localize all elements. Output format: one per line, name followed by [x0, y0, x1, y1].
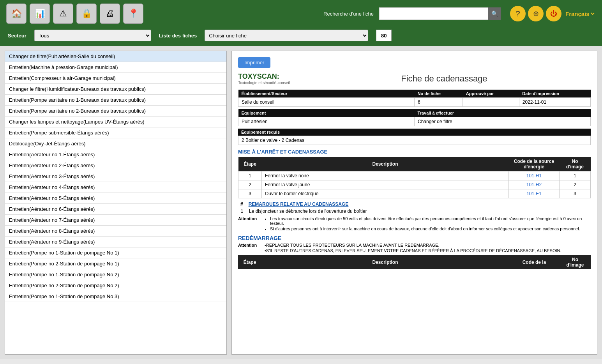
lock-button[interactable]: 🔒 — [76, 4, 97, 24]
power-icon: ⏻ — [550, 10, 557, 18]
list-item[interactable]: Entretien(Pompe submersible-Étangs aérés… — [5, 127, 226, 138]
fiche-detail-panel: Imprimer TOXYSCAN: Toxicologie et sécuri… — [231, 51, 597, 355]
list-item[interactable]: Déblocage(Oxy-Jet-Étangs aérés) — [5, 138, 226, 149]
redem-attention-text: •REPLACER TOUS LES PROTECTEURS SUR LA MA… — [265, 243, 561, 253]
step-etape: 3 — [238, 189, 262, 198]
etape-header: Étape — [238, 157, 262, 171]
remarques-title: REMARQUES RELATIVE AU CADENASSAGE — [249, 201, 349, 207]
list-item[interactable]: Entretien(Aérateur no 8-Étangs aérés) — [5, 226, 226, 237]
remark-text: Le disjoncteur se débranche lors de l'ou… — [249, 209, 367, 214]
redem-code-header: Code de la — [509, 255, 560, 269]
mise-arret-title: MISE À L'ARRÊT ET CADENASSAGE — [238, 149, 591, 155]
list-item[interactable]: Entretien(Aérateur no 4-Étangs aérés) — [5, 182, 226, 193]
etablissement-header: Établissement/Secteur — [238, 90, 415, 98]
approuve-header: Approuvé par — [463, 90, 519, 98]
list-item[interactable]: Entretien(Aérateur no 9-Étangs aérés) — [5, 237, 226, 247]
list-item[interactable]: Entretien(Aérateur no 1-Étangs aérés) — [5, 149, 226, 160]
redem-description-header: Description — [261, 255, 509, 269]
language-selector[interactable]: Français — [564, 10, 596, 18]
imprimer-button[interactable]: Imprimer — [238, 57, 270, 68]
list-item[interactable]: Entretien(Aérateur no 2-Étangs aérés) — [5, 160, 226, 171]
chart-button[interactable]: 📊 — [30, 4, 50, 24]
travail-header: Travail à effectuer — [415, 109, 591, 117]
redem-item: •S'IL RESTE D'AUTRES CADENAS, ENLEVER SE… — [265, 248, 561, 253]
date-header: Date d'impression — [519, 90, 590, 98]
equip-requis-header: Équipement requis — [238, 129, 591, 136]
fiche-info-table: Établissement/Secteur No de fiche Approu… — [238, 90, 591, 107]
list-item[interactable]: Entretien(Pompe no 1-Station de pompage … — [5, 291, 226, 302]
search-bar: 🔍 — [379, 7, 501, 20]
fiche-list-panel: Changer de filtre(Puit artésien-Salle du… — [5, 51, 227, 355]
attention-item: Les travaux sur circuits électriques de … — [270, 216, 591, 226]
fiche-select[interactable]: Choisir une fiche — [205, 30, 368, 41]
redem-attention-label: Attention — [238, 243, 261, 253]
list-item[interactable]: Changer le filtre(Humidificateur-Bureaux… — [5, 84, 226, 95]
list-item[interactable]: Entretien(Aérateur no 3-Étangs aérés) — [5, 171, 226, 182]
list-item[interactable]: Changer de filtre(Puit artésien-Salle du… — [5, 51, 226, 62]
step-code: 101-H2 — [509, 180, 560, 189]
top-navigation: 🏠 📊 ⚠ 🔒 🖨 📍 Recherche d'une fiche 🔍 ? ⊕ … — [0, 0, 602, 27]
attention-text: Les travaux sur circuits électriques de … — [265, 216, 591, 232]
date-value: 2022-11-01 — [519, 98, 590, 107]
search-label: Recherche d'une fiche — [323, 11, 374, 17]
travail-value: Changer de filtre — [415, 117, 591, 126]
equipement-table: Équipement Travail à effectuer Puit arté… — [238, 109, 591, 126]
move-button[interactable]: ⊕ — [528, 6, 544, 21]
step-description: Fermer la valve jaune — [262, 180, 509, 189]
warning-button[interactable]: ⚠ — [53, 4, 73, 24]
list-item[interactable]: Changer les lampes et nettoyage(Lampes U… — [5, 117, 226, 127]
redem-steps-table: Étape Description Code de la No d'image — [238, 255, 591, 269]
redem-image-header: No d'image — [560, 255, 591, 269]
print-button[interactable]: 🖨 — [100, 4, 120, 24]
attention-label: Attention — [238, 216, 261, 232]
remark-row: 1 Le disjoncteur se débranche lors de l'… — [238, 209, 591, 214]
code-header: Code de la source d'énergie — [509, 157, 560, 171]
list-item[interactable]: Entretien(Pompe sanitaire no 1-Bureaux d… — [5, 95, 226, 106]
redem-item: •REPLACER TOUS LES PROTECTEURS SUR LA MA… — [265, 243, 561, 247]
filter-row: Secteur Tous Liste des fiches Choisir un… — [0, 27, 602, 46]
list-item[interactable]: Entretien(Pompe no 1-Station de pompage … — [5, 269, 226, 280]
help-icon: ? — [515, 9, 520, 18]
fiche-label: Liste des fiches — [159, 33, 197, 39]
attention-block: Attention Les travaux sur circuits élect… — [238, 216, 591, 232]
no-fiche-header: No de fiche — [415, 90, 463, 98]
step-etape: 1 — [238, 171, 262, 180]
step-row: 3 Ouvrir le boîtier électrique 101-E1 3 — [238, 189, 591, 198]
step-description: Ouvrir le boîtier électrique — [262, 189, 509, 198]
power-button[interactable]: ⏻ — [546, 6, 561, 21]
list-item[interactable]: Entretien(Pompe no 2-Station de pompage … — [5, 258, 226, 269]
description-header: Description — [262, 157, 509, 171]
no-fiche-value: 6 — [415, 98, 463, 107]
utility-icons: ? ⊕ ⏻ Français — [510, 6, 596, 21]
toxyscan-logo: TOXYSCAN: Toxicologie et sécurité-consei… — [238, 72, 290, 85]
redem-attention: Attention •REPLACER TOUS LES PROTECTEURS… — [238, 243, 591, 253]
location-button[interactable]: 📍 — [123, 4, 143, 24]
list-item[interactable]: Entretien(Aérateur no 6-Étangs aérés) — [5, 204, 226, 215]
secteur-select[interactable]: Tous — [34, 30, 151, 41]
list-item[interactable]: Entretien(Compresseur à air-Garage munic… — [5, 73, 226, 84]
list-item[interactable]: Entretien(Aérateur no 7-Étangs aérés) — [5, 215, 226, 226]
list-item[interactable]: Entretien(Pompe sanitaire no 2-Bureaux d… — [5, 106, 226, 117]
remarques-header: # REMARQUES RELATIVE AU CADENASSAGE — [238, 201, 591, 207]
etablissement-value: Salle du conseil — [238, 98, 415, 107]
list-item[interactable]: Entretien(Pompe no 1-Station de pompage … — [5, 247, 226, 258]
list-item[interactable]: Entretien(Machine à pression-Garage muni… — [5, 62, 226, 73]
step-description: Fermer la valve noire — [262, 171, 509, 180]
search-submit-button[interactable]: 🔍 — [488, 7, 501, 20]
equip-requis-value: 2 Boitier de valve - 2 Cadenas — [238, 136, 591, 145]
remark-num: 1 — [238, 209, 246, 214]
step-code: 101-H1 — [509, 171, 560, 180]
help-button[interactable]: ? — [510, 6, 526, 21]
home-button[interactable]: 🏠 — [6, 4, 26, 24]
main-content: Changer de filtre(Puit artésien-Salle du… — [0, 46, 602, 359]
fiche-count: 80 — [376, 30, 392, 41]
step-etape: 2 — [238, 180, 262, 189]
step-image: 1 — [560, 171, 591, 180]
fiche-title: Fiche de cadenassage — [298, 74, 591, 84]
list-item[interactable]: Entretien(Aérateur no 5-Étangs aérés) — [5, 193, 226, 204]
search-input[interactable] — [379, 7, 488, 20]
approuve-value — [463, 98, 519, 107]
step-row: 2 Fermer la valve jaune 101-H2 2 — [238, 180, 591, 189]
list-item[interactable]: Entretien(Pompe no 2-Station de pompage … — [5, 280, 226, 291]
redem-title: REDÉMARRAGE — [238, 235, 591, 241]
